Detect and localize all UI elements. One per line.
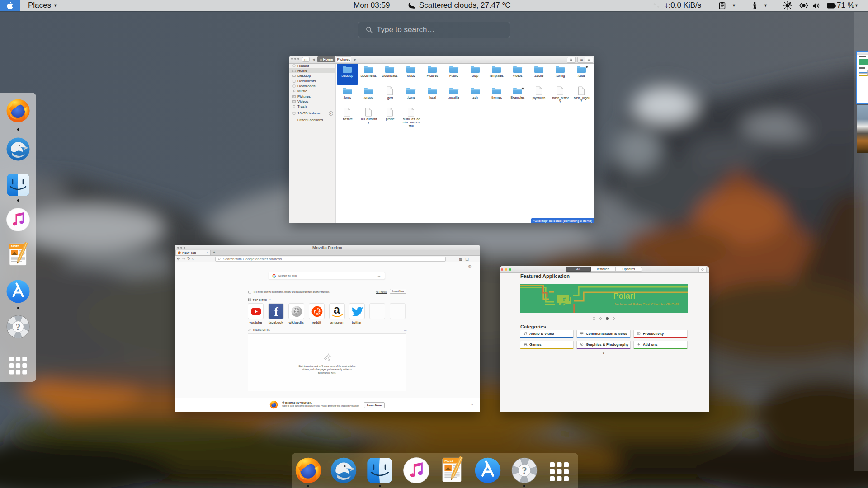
svg-text:Polari: Polari [613, 291, 636, 300]
svg-text:An Internet Relay Chat Client: An Internet Relay Chat Client for GNOME [614, 302, 679, 306]
svg-text:#: # [563, 297, 566, 302]
